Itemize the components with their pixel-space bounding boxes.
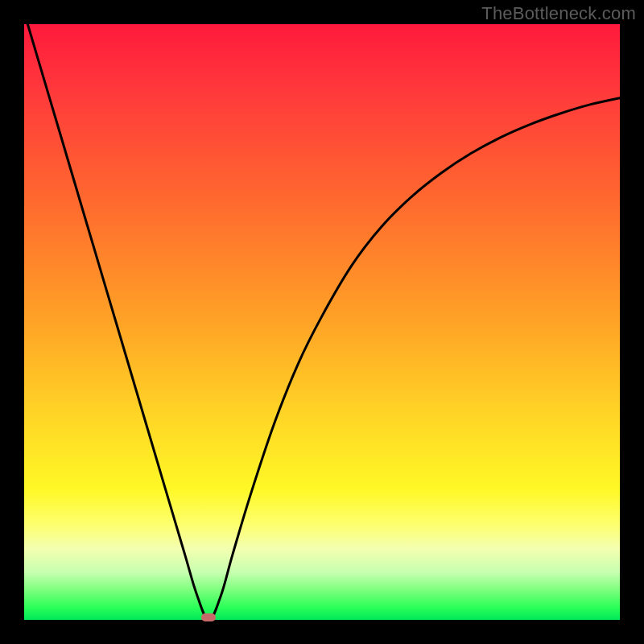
watermark-text: TheBottleneck.com	[481, 3, 636, 24]
plot-area	[24, 24, 620, 620]
chart-frame: TheBottleneck.com	[0, 0, 644, 644]
minimum-marker	[201, 613, 216, 621]
bottleneck-curve	[24, 12, 620, 620]
curve-svg	[24, 24, 620, 620]
